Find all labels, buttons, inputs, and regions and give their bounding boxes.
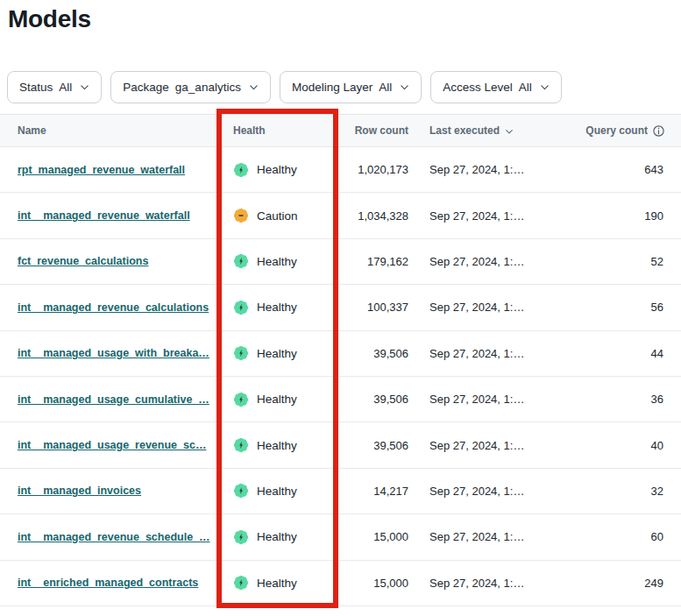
filter-status-value: All [59,81,72,94]
filter-modeling-layer[interactable]: Modeling Layer All [280,71,422,103]
table-row: int__managed_revenue_waterfall Caution 1… [0,193,681,238]
filter-access-level-label: Access Level [443,81,513,94]
row-count-cell: 1,020,173 [338,163,408,176]
health-badge [232,574,250,591]
filter-bar: Status All Package ga_analytics Modeling… [7,71,562,103]
table-body: rpt_managed_revenue_waterfall Healthy 1,… [0,147,681,606]
chevron-down-icon [540,82,550,92]
table-row: rpt_managed_revenue_waterfall Healthy 1,… [0,147,681,193]
table-row: int__managed_revenue_schedule_… Healthy … [0,514,681,560]
lightning-bolt-icon [236,165,246,175]
health-cell: Healthy [216,299,338,316]
last-executed-label: Last executed [429,124,500,137]
lightning-bolt-icon [236,348,246,358]
page-title: Models [8,5,91,33]
filter-status-label: Status [19,81,53,94]
last-executed-cell: Sep 27, 2024, 1:… [408,347,575,360]
column-header-last-executed[interactable]: Last executed [408,124,575,137]
model-link[interactable]: int__managed_revenue_calculations [18,301,209,314]
last-executed-cell: Sep 27, 2024, 1:… [408,439,575,452]
health-badge [232,299,250,316]
health-cell: Healthy [216,391,338,408]
chevron-down-icon [80,82,89,92]
health-label: Healthy [257,347,297,360]
name-cell: int__managed_invoices [0,485,216,497]
query-count-cell: 40 [575,439,681,452]
health-badge [232,207,250,224]
model-link[interactable]: int__managed_invoices [18,485,141,497]
query-count-cell: 190 [575,209,681,223]
query-count-cell: 36 [575,393,681,406]
health-cell: Healthy [216,436,338,454]
lightning-bolt-icon [236,302,246,313]
row-count-cell: 100,337 [338,301,408,314]
health-label: Healthy [257,301,297,314]
model-link[interactable]: int__managed_revenue_schedule_… [18,531,210,543]
lightning-bolt-icon [236,256,246,266]
filter-status[interactable]: Status All [7,71,102,103]
health-badge [232,344,250,362]
health-badge [232,482,250,499]
models-table: Name Health Row count Last executed Quer… [0,114,681,606]
health-label: Healthy [257,393,297,406]
health-label: Healthy [257,485,297,498]
row-count-cell: 39,506 [338,347,408,360]
lightning-bolt-icon [236,394,246,405]
name-cell: int__enriched_managed_contracts [0,577,216,589]
model-link[interactable]: rpt_managed_revenue_waterfall [18,164,185,176]
model-link[interactable]: int__managed_usage_cumulative_… [18,393,209,406]
model-link[interactable]: int__managed_usage_with_breaka… [18,347,209,359]
model-link[interactable]: int__enriched_managed_contracts [18,577,198,589]
sort-chevron-down-icon [505,127,514,136]
health-cell: Caution [216,207,338,224]
health-badge [232,528,250,546]
name-cell: int__managed_usage_revenue_sc… [0,439,216,451]
last-executed-cell: Sep 27, 2024, 1:… [408,577,575,590]
column-header-health: Health [216,124,338,137]
name-cell: int__managed_usage_with_breaka… [0,347,216,359]
model-link[interactable]: fct_revenue_calculations [18,255,148,267]
health-cell: Healthy [216,252,338,270]
last-executed-cell: Sep 27, 2024, 1:… [408,485,575,498]
lightning-bolt-icon [236,440,246,450]
row-count-cell: 39,506 [338,393,408,406]
model-link[interactable]: int__managed_usage_revenue_sc… [18,439,206,451]
row-count-cell: 14,217 [338,485,408,498]
health-label: Healthy [257,577,297,590]
name-cell: int__managed_revenue_schedule_… [0,531,216,543]
lightning-bolt-icon [236,532,246,542]
filter-access-level[interactable]: Access Level All [430,71,562,103]
name-cell: fct_revenue_calculations [0,255,216,267]
column-header-name: Name [0,124,216,137]
health-badge [232,252,250,270]
query-count-cell: 56 [575,301,681,314]
last-executed-cell: Sep 27, 2024, 1:… [408,530,575,543]
query-count-cell: 249 [575,577,681,590]
name-cell: int__managed_usage_cumulative_… [0,393,216,406]
last-executed-cell: Sep 27, 2024, 1:… [408,301,575,314]
health-badge [232,436,250,454]
column-header-row-count: Row count [338,124,408,137]
filter-package[interactable]: Package ga_analytics [110,71,271,103]
name-cell: int__managed_revenue_calculations [0,301,216,314]
lightning-bolt-icon [236,577,246,588]
health-badge [232,161,250,179]
table-row: int__managed_invoices Healthy 14,217 Sep… [0,469,681,514]
model-link[interactable]: int__managed_revenue_waterfall [18,209,190,222]
row-count-cell: 179,162 [338,255,408,268]
query-count-cell: 52 [575,255,681,268]
health-label: Healthy [257,255,297,268]
query-count-label: Query count [585,124,648,137]
filter-package-label: Package [123,81,169,94]
last-executed-cell: Sep 27, 2024, 1:… [408,163,575,176]
filter-modeling-layer-value: All [379,81,392,94]
table-header: Name Health Row count Last executed Quer… [0,114,681,147]
chevron-down-icon [400,82,409,92]
health-cell: Healthy [216,482,338,499]
row-count-cell: 1,034,328 [338,209,408,223]
table-row: int__managed_usage_cumulative_… Healthy … [0,377,681,422]
table-row: int__managed_usage_revenue_sc… Healthy 3… [0,422,681,468]
info-icon[interactable] [652,124,665,138]
health-label: Healthy [257,439,297,452]
chevron-down-icon [249,82,259,92]
